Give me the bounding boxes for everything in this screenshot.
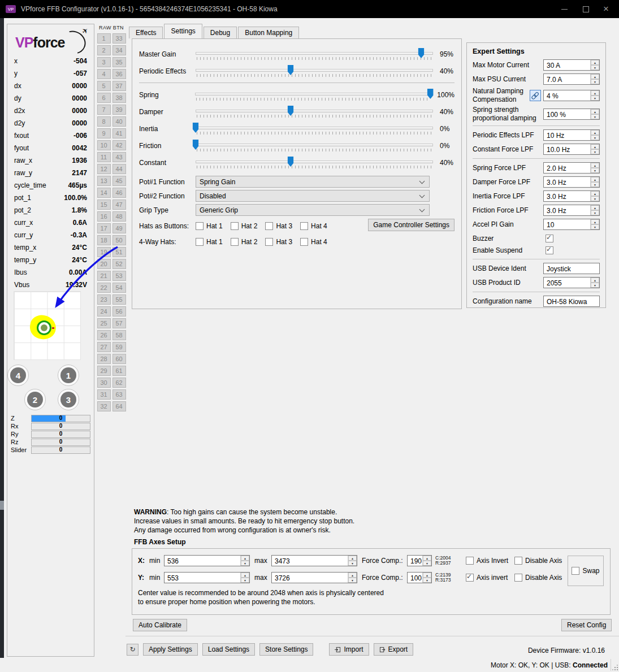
raw-button[interactable]: 23 [97,294,111,305]
expert-row-value[interactable]: 10.0 Hz [544,144,590,154]
hat-checkbox[interactable] [300,238,308,246]
disable-axis-checkbox[interactable] [514,574,522,582]
spinner-buttons[interactable]: ▲▼ [590,109,599,119]
spin-down-icon[interactable]: ▼ [591,210,599,215]
spinner-buttons[interactable]: ▲▼ [590,60,599,70]
tab[interactable]: Effects [129,27,163,38]
refresh-button[interactable]: ↻ [127,644,138,656]
spin-up-icon[interactable]: ▲ [591,177,599,182]
raw-button[interactable]: 26 [97,330,111,340]
hat-checkbox[interactable] [231,238,239,246]
slider-track[interactable] [196,127,433,129]
raw-button[interactable]: 34 [112,45,126,55]
expert-row-value[interactable]: 100 % [544,109,590,119]
axis-invert-checkbox[interactable] [466,557,474,565]
reset-config-button[interactable]: Reset Config [561,619,612,631]
expert-row-value[interactable]: 2055 [544,278,590,288]
tab[interactable]: Button Mapping [238,27,299,38]
raw-button[interactable]: 62 [112,378,126,388]
import-button[interactable]: Import [329,643,369,656]
raw-button[interactable]: 16 [97,211,111,222]
raw-button[interactable]: 27 [97,342,111,352]
raw-button[interactable]: 45 [112,176,126,186]
spinner-buttons[interactable]: ▲▼ [590,191,599,201]
resize-grip[interactable] [612,665,618,670]
expert-row-input[interactable]: 7.0 A ▲▼ [543,73,600,85]
raw-button[interactable]: 17 [97,223,111,233]
raw-button[interactable]: 30 [97,378,111,388]
spin-down-icon[interactable]: ▼ [591,224,599,229]
raw-button[interactable]: 6 [97,93,111,103]
raw-button[interactable]: 18 [97,235,111,245]
spin-up-icon[interactable]: ▲ [591,144,599,149]
spin-down-icon[interactable]: ▼ [591,114,599,119]
raw-button[interactable]: 8 [97,116,111,127]
raw-button[interactable]: 47 [112,200,126,210]
dropdown[interactable]: Spring Gain [196,176,430,188]
raw-button[interactable]: 12 [97,164,111,174]
expert-row-value[interactable]: 3.0 Hz [544,191,590,201]
min-input[interactable]: 536 ▲▼ [164,555,250,566]
raw-button[interactable]: 31 [97,389,111,400]
spinner-buttons[interactable]: ▲▼ [590,278,599,288]
spin-up-icon[interactable]: ▲ [591,278,599,283]
expert-row-value[interactable]: 3.0 Hz [544,177,590,187]
hat-checkbox[interactable] [265,238,273,246]
raw-button[interactable]: 10 [97,140,111,150]
spinner-buttons[interactable]: ▲▼ [590,205,599,215]
expert-row-value[interactable]: 3.0 Hz [544,205,590,215]
tab[interactable]: Settings [164,24,202,38]
raw-button[interactable]: 3 [97,57,111,67]
raw-button[interactable]: 37 [112,81,126,91]
hat-checkbox[interactable] [300,222,308,230]
expert-row-input[interactable]: Joystick ▲▼ [543,263,600,274]
expert-row-input[interactable]: 3.0 Hz ▲▼ [543,205,600,216]
raw-button[interactable]: 42 [112,140,126,150]
raw-button[interactable]: 33 [112,33,126,44]
spin-up-icon[interactable]: ▲ [591,130,599,135]
expert-row-input[interactable]: 10 Hz ▲▼ [543,129,600,141]
raw-button[interactable]: 53 [112,271,126,281]
swap-checkbox[interactable] [572,567,579,575]
raw-button[interactable]: 43 [112,152,126,162]
spin-up-icon[interactable]: ▲ [591,60,599,65]
spinner-buttons[interactable]: ▲▼ [590,144,599,154]
spin-up-icon[interactable]: ▲ [591,90,599,96]
raw-button[interactable]: 64 [112,401,126,411]
max-input[interactable]: 3726 ▲▼ [271,572,357,583]
slider-track[interactable] [195,93,430,96]
force-comp-input[interactable]: 100 ▲▼ [407,572,432,583]
spinner-buttons[interactable]: ▲▼ [240,573,249,583]
raw-button[interactable]: 46 [112,188,126,198]
dropdown[interactable]: Disabled [196,190,430,202]
close-button[interactable]: × [596,0,616,18]
raw-button[interactable]: 9 [97,128,111,138]
spinner-buttons[interactable]: ▲▼ [590,163,599,173]
spinner-buttons[interactable]: ▲▼ [590,130,599,140]
raw-button[interactable]: 19 [97,247,111,257]
maximize-button[interactable] [576,0,595,18]
raw-button[interactable]: 7 [97,105,111,115]
expert-row-value[interactable]: 7.0 A [544,74,590,84]
spin-up-icon[interactable]: ▲ [591,219,599,224]
tab[interactable]: Debug [204,27,237,38]
spinner-buttons[interactable]: ▲▼ [348,573,357,583]
raw-button[interactable]: 15 [97,200,111,210]
store-settings-button[interactable]: Store Settings [259,643,313,656]
expert-row-value[interactable]: 10 [544,219,590,229]
expert-row-input[interactable]: 2.0 Hz ▲▼ [543,162,600,174]
spin-up-icon[interactable]: ▲ [591,163,599,168]
raw-button[interactable]: 56 [112,306,126,317]
raw-button[interactable]: 25 [97,318,111,328]
game-controller-settings-button[interactable]: Game Controller Settings [368,219,454,231]
slider-track[interactable] [196,161,433,163]
raw-button[interactable]: 13 [97,176,111,186]
min-input[interactable]: 553 ▲▼ [164,572,250,583]
export-button[interactable]: Export [374,643,414,656]
spin-up-icon[interactable]: ▲ [591,109,599,114]
raw-button[interactable]: 14 [97,188,111,198]
raw-button[interactable]: 58 [112,330,126,340]
spin-up-icon[interactable]: ▲ [591,191,599,196]
hat-checkbox[interactable] [231,222,239,230]
raw-button[interactable]: 55 [112,294,126,305]
